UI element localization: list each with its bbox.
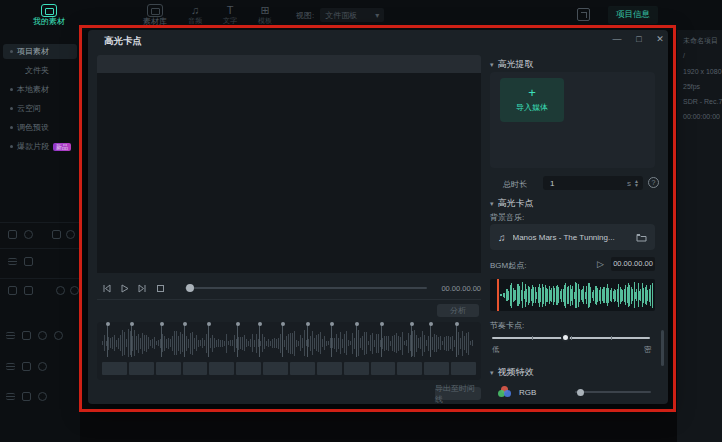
beat-marker[interactable] <box>282 323 283 357</box>
duration-label: 总时长 <box>503 179 527 190</box>
beat-marker[interactable] <box>430 323 431 357</box>
section-video-effects[interactable]: ▾视频特效 <box>490 366 534 379</box>
sidebar-item[interactable]: 文件夹 <box>3 63 77 78</box>
play-icon[interactable] <box>115 282 133 294</box>
maximize-button[interactable]: □ <box>633 34 645 44</box>
next-frame-icon[interactable] <box>133 282 151 294</box>
beat-marker[interactable] <box>331 323 332 357</box>
sidebar-item[interactable]: 项目素材 <box>3 44 77 59</box>
music-track-selector[interactable]: ♫ Manos Mars - The Tunning... <box>490 224 655 250</box>
media-grid: + 导入媒体 <box>490 72 655 168</box>
sidebar-item[interactable]: 调色预设 <box>3 120 77 135</box>
clip-segment[interactable] <box>183 362 208 375</box>
beat-marker[interactable] <box>131 323 132 357</box>
section-beat-sync[interactable]: ▾高光卡点 <box>490 197 534 210</box>
stop-icon[interactable] <box>151 282 169 294</box>
previous-frame-icon[interactable] <box>97 282 115 294</box>
toolbar-audio-button[interactable]: ♫音频 <box>178 4 212 25</box>
nav-tab-my-media[interactable]: 我的素材 <box>18 4 80 26</box>
clip-segment[interactable] <box>156 362 181 375</box>
effect-intensity-handle[interactable] <box>577 389 584 396</box>
sidebar-item[interactable]: 云空间 <box>3 101 77 116</box>
sidebar-item[interactable]: 爆款片段新品 <box>3 139 77 154</box>
track-mute-icon[interactable] <box>54 331 63 340</box>
search-icon[interactable] <box>24 230 33 239</box>
beat-marker[interactable] <box>356 323 357 357</box>
minimize-button[interactable]: — <box>611 34 623 44</box>
clip-segment[interactable] <box>344 362 369 375</box>
close-button[interactable]: ✕ <box>654 34 666 44</box>
track-lock-icon[interactable] <box>22 331 31 340</box>
beat-marker[interactable] <box>259 323 260 357</box>
waveform-playhead[interactable] <box>497 279 499 311</box>
export-to-timeline-button[interactable]: 导出至时间线 <box>435 387 481 400</box>
clip-segment[interactable] <box>236 362 261 375</box>
section-highlight-extract[interactable]: ▾高光提取 <box>490 58 534 71</box>
beat-marker[interactable] <box>107 323 108 357</box>
beat-marker[interactable] <box>237 323 238 357</box>
clip-segment[interactable] <box>209 362 234 375</box>
clip-segment[interactable] <box>397 362 422 375</box>
bullet-icon <box>10 50 13 53</box>
folder-icon[interactable] <box>636 233 647 242</box>
clip-segment[interactable] <box>317 362 342 375</box>
beat-low-label: 低 <box>492 345 500 355</box>
clip-segment[interactable] <box>424 362 449 375</box>
clip-segment[interactable] <box>371 362 396 375</box>
sidebar-item[interactable]: 本地素材 <box>3 82 77 97</box>
effect-intensity-slider[interactable] <box>575 391 651 393</box>
track-menu-icon[interactable] <box>6 363 15 370</box>
beat-marker[interactable] <box>456 323 457 357</box>
clip-segment[interactable] <box>451 362 476 375</box>
beat-marker[interactable] <box>208 323 209 357</box>
settings-icon[interactable] <box>24 257 33 266</box>
duration-input[interactable]: 1 s ▲▼ <box>543 176 643 190</box>
music-title: Manos Mars - The Tunning... <box>513 233 630 242</box>
beat-marker[interactable] <box>381 323 382 357</box>
project-info-row: 25fps <box>683 83 700 90</box>
filter-icon[interactable] <box>66 230 75 239</box>
import-media-tile[interactable]: + 导入媒体 <box>500 78 564 122</box>
track-eye-icon[interactable] <box>38 331 47 340</box>
beat-marker[interactable] <box>307 323 308 357</box>
clip-segment[interactable] <box>290 362 315 375</box>
scrollbar[interactable] <box>661 330 664 366</box>
zoom-out-icon[interactable] <box>56 286 65 295</box>
beat-marker[interactable] <box>184 323 185 357</box>
bgm-start-timecode[interactable]: 00.00.00.00 <box>611 257 655 271</box>
help-icon[interactable]: ? <box>648 177 659 188</box>
project-info-button[interactable]: 项目信息 <box>608 6 658 24</box>
track-eye-icon[interactable] <box>38 392 47 401</box>
grid-view-icon[interactable] <box>8 230 17 239</box>
beat-density-handle[interactable] <box>561 333 570 342</box>
list-view-icon[interactable] <box>8 258 17 265</box>
beat-density-slider[interactable] <box>492 337 650 339</box>
clip-segment[interactable] <box>263 362 288 375</box>
nav-tab-library[interactable]: 素材库 <box>124 4 186 26</box>
view-mode-dropdown[interactable]: 文件面板 ▾ <box>320 8 384 22</box>
sort-icon[interactable] <box>52 230 61 239</box>
bgm-waveform <box>490 279 655 311</box>
analyze-button[interactable]: 分析 <box>437 304 479 317</box>
track-eye-icon[interactable] <box>38 362 47 371</box>
clip-segment[interactable] <box>129 362 154 375</box>
dialog-title: 高光卡点 <box>104 35 142 48</box>
divider <box>0 248 80 249</box>
stepper-icons[interactable]: ▲▼ <box>634 179 639 187</box>
seek-slider[interactable] <box>185 287 427 289</box>
beat-marker[interactable] <box>411 323 412 357</box>
track-lock-icon[interactable] <box>22 392 31 401</box>
bgm-play-icon[interactable]: ▷ <box>597 259 604 269</box>
clip-segment[interactable] <box>102 362 127 375</box>
track-lock-icon[interactable] <box>22 362 31 371</box>
seek-handle[interactable] <box>186 284 194 292</box>
zoom-in-icon[interactable] <box>70 286 79 295</box>
toolbar-template-button[interactable]: ⊞模板 <box>248 4 282 25</box>
toolbar-text-button[interactable]: T文字 <box>213 4 247 25</box>
beat-marker[interactable] <box>161 323 162 357</box>
export-icon[interactable] <box>577 8 590 21</box>
track-menu-icon[interactable] <box>6 332 15 339</box>
redo-icon[interactable] <box>24 286 33 295</box>
undo-icon[interactable] <box>8 286 17 295</box>
track-menu-icon[interactable] <box>6 393 15 400</box>
